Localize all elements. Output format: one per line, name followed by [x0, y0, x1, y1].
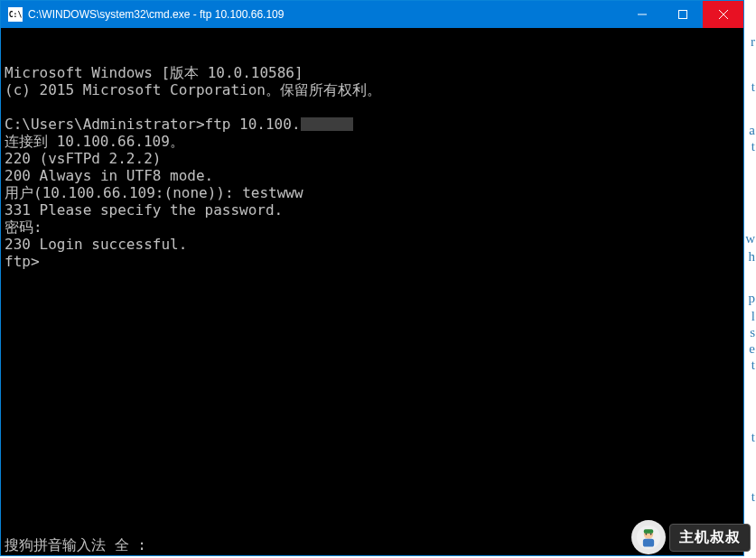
terminal-line [5, 98, 740, 116]
terminal-line: 230 Login successful. [5, 236, 740, 253]
window-title: C:\WINDOWS\system32\cmd.exe - ftp 10.100… [28, 8, 284, 21]
terminal-line: C:\Users\Administrator>ftp 10.100. [5, 116, 740, 133]
terminal-line: 200 Always in UTF8 mode. [5, 167, 740, 184]
redacted-block [301, 117, 353, 131]
terminal-output[interactable]: Microsoft Windows [版本 10.0.10586](c) 201… [1, 28, 743, 555]
cropped-letter: t [751, 139, 755, 154]
watermark-brand-text: 主机叔叔 [669, 524, 751, 552]
cmd-window: C:\ C:\WINDOWS\system32\cmd.exe - ftp 10… [0, 0, 744, 556]
svg-rect-6 [644, 529, 654, 533]
cropped-letter: r [751, 34, 755, 50]
terminal-line: 密码: [5, 219, 740, 236]
minimize-button[interactable] [621, 1, 662, 28]
ime-status-bar: 搜狗拼音输入法 全 : [5, 536, 146, 553]
cropped-letter: p [749, 291, 756, 306]
cropped-letter: h [749, 249, 756, 265]
svg-rect-1 [678, 11, 686, 19]
terminal-line: 用户(10.100.66.109:(none)): testwww [5, 184, 740, 201]
cropped-letter: t [751, 79, 755, 95]
cropped-letter: l [751, 309, 755, 324]
titlebar[interactable]: C:\ C:\WINDOWS\system32\cmd.exe - ftp 10… [1, 1, 743, 28]
cropped-letter: t [751, 358, 755, 373]
cropped-letter: s [750, 325, 755, 340]
watermark-avatar-icon [631, 520, 666, 554]
cropped-letter: e [749, 341, 755, 357]
cropped-letter: w [745, 231, 755, 246]
terminal-line: 220 (vsFTPd 2.2.2) [5, 150, 740, 167]
cropped-letter: a [749, 123, 755, 138]
cropped-letter: t [751, 489, 755, 505]
svg-rect-7 [643, 539, 654, 547]
terminal-line: Microsoft Windows [版本 10.0.10586] [5, 64, 740, 81]
close-button[interactable] [703, 1, 743, 28]
terminal-line: (c) 2015 Microsoft Corporation。保留所有权利。 [5, 81, 740, 98]
maximize-button[interactable] [662, 1, 703, 28]
terminal-line: ftp> [5, 253, 740, 270]
terminal-line: 331 Please specify the password. [5, 201, 740, 219]
cropped-page-text: rtatwhplsettt [744, 0, 756, 558]
terminal-line: 连接到 10.100.66.109。 [5, 133, 740, 150]
cropped-letter: t [751, 430, 755, 445]
svg-point-8 [646, 534, 648, 535]
svg-point-9 [650, 534, 652, 535]
cmd-icon: C:\ [8, 7, 23, 22]
watermark-logo: 主机叔叔 [631, 520, 751, 554]
